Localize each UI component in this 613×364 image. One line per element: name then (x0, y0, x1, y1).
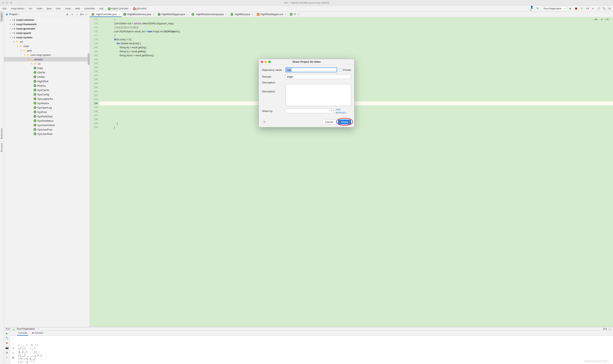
editor-tab[interactable]: CHightRisk.java× (229, 12, 255, 17)
editor-tab[interactable]: CHightRiskServiceImpl.java× (190, 12, 229, 17)
tree-item[interactable]: CData (4, 66, 90, 70)
add-account-link[interactable]: Add account▾ (336, 108, 351, 114)
rerun-icon[interactable]: ▶ (5, 331, 9, 335)
breadcrumb-item[interactable]: main (36, 7, 43, 10)
tree-item[interactable]: ▾📁com.ruoyi.system (4, 53, 90, 57)
search-icon[interactable]: 🔍 (602, 7, 606, 10)
console-output[interactable]: | _ _ \ \\ / / | ( ' ) | \ _. / ' |(_ o … (16, 336, 613, 364)
editor-tab[interactable]: </>HightRiskMapper.xml× (255, 12, 288, 17)
tree-item[interactable]: ▸▸◨ruoyi-generator (4, 26, 90, 31)
tree-item[interactable]: CGfxMx (4, 75, 90, 79)
breadcrumb-item[interactable]: risk (2, 7, 7, 10)
run-app-name[interactable]: RuoYiApplication (17, 327, 35, 330)
minimize-window-icon[interactable] (6, 2, 8, 4)
breadcrumb-item[interactable]: java (46, 7, 52, 10)
tree-item[interactable]: CSysUserRole (4, 132, 90, 136)
breadcrumb-item[interactable]: controller (83, 7, 96, 10)
description-textarea[interactable] (286, 84, 351, 106)
profile-icon[interactable]: ⊙▾ (586, 7, 589, 10)
scroll-icon[interactable]: ⤓ (11, 351, 15, 355)
editor-tab[interactable]: CHightController.java× (90, 12, 122, 17)
gutter-tab-bookmarks[interactable]: Bookmarks (0, 126, 3, 141)
close-dialog-icon[interactable] (261, 61, 263, 63)
tree-item[interactable]: CSysNotice (4, 101, 90, 105)
close-tab-icon[interactable]: × (285, 13, 286, 16)
layout-icon[interactable]: ⊞ (5, 351, 9, 354)
close-tab-icon[interactable]: × (252, 13, 253, 16)
tree-arrow-icon[interactable]: ▸ (9, 32, 11, 34)
tree-item[interactable]: ▸▸◨ruoyi-framework (4, 22, 90, 26)
run-subtab[interactable]: Console (16, 331, 29, 336)
stop-icon[interactable]: ■ (5, 341, 9, 345)
zoom-dialog-icon[interactable] (268, 61, 271, 63)
tree-item[interactable]: CSysRoleMenu (4, 118, 90, 123)
tree-item[interactable]: ▾▸◨ruoyi-system (4, 35, 90, 39)
close-tab-icon[interactable]: × (187, 13, 188, 16)
gutter-tab-structure[interactable]: Structure (0, 141, 3, 154)
scroll-up-icon[interactable]: ˆ (610, 18, 611, 21)
remote-input[interactable] (286, 74, 351, 79)
share-button[interactable]: Share (338, 119, 351, 124)
user-icon[interactable]: 👤▾ (530, 7, 534, 10)
breadcrumb-item[interactable]: Mgfxmxlist (132, 7, 147, 11)
tree-item[interactable]: ▸▸◨ruoyi-quartz (4, 31, 90, 35)
print-icon[interactable]: 🖶 (11, 356, 15, 359)
tree-arrow-icon[interactable]: ▸ (9, 27, 11, 29)
warnings-indicator[interactable]: 30 (592, 18, 597, 21)
tree-item[interactable]: CSysCache (4, 88, 90, 92)
sidebar-title[interactable]: Project (9, 13, 17, 16)
run-icon[interactable]: ▶ (569, 7, 572, 10)
close-tab-icon[interactable]: × (37, 327, 39, 330)
breadcrumb-item[interactable]: risk (99, 7, 104, 10)
tree-arrow-icon[interactable]: ▾ (16, 45, 18, 47)
camera-icon[interactable]: 📷 (5, 346, 9, 350)
cancel-button[interactable]: Cancel (322, 119, 336, 124)
tree-item[interactable]: ▾📁domain (4, 57, 90, 62)
build-icon[interactable]: ⚒ (536, 7, 539, 10)
tree-item[interactable]: CSysOperLog (4, 105, 90, 110)
tree-item[interactable]: CSysConfig (4, 92, 90, 97)
tree-arrow-icon[interactable]: ▾ (24, 54, 26, 56)
breadcrumb-item[interactable]: com (55, 7, 62, 10)
editor-tab[interactable]: CP× (288, 12, 301, 17)
tree-item[interactable]: ▸📁vo (4, 62, 90, 66)
project-tree[interactable]: ▸▸◨ruoyi-common▸▸◨ruoyi-framework▸▸◨ruoy… (4, 17, 90, 327)
tree-arrow-icon[interactable]: ▾ (9, 36, 11, 38)
hide-icon[interactable]: — (85, 13, 88, 16)
hide-icon[interactable]: — (608, 327, 611, 330)
tree-item[interactable]: CSysUserOnline (4, 123, 90, 127)
close-tab-icon[interactable]: × (119, 13, 120, 16)
expand-all-icon[interactable]: ≡ (70, 13, 74, 16)
wrap-icon[interactable]: ⇥ (11, 346, 15, 350)
share-by-select[interactable] (285, 109, 333, 113)
vcs-icon[interactable]: ⎇ (597, 7, 600, 10)
help-button[interactable]: ? (262, 120, 266, 124)
up-icon[interactable]: ↑ (11, 337, 15, 340)
tree-item[interactable]: CSysLogininfor (4, 97, 90, 101)
tree-item[interactable]: CGfxFbt (4, 70, 90, 75)
stop-icon[interactable]: 🔧 (5, 336, 9, 340)
close-tab-icon[interactable]: × (153, 13, 154, 16)
tree-item[interactable]: CSysUserPost (4, 127, 90, 132)
close-window-icon[interactable] (2, 2, 4, 4)
run-subtab[interactable]: ⬢Actuator (29, 331, 46, 336)
close-tab-icon[interactable]: × (297, 13, 299, 16)
breadcrumb-item[interactable]: ruoyi-admin (10, 7, 25, 10)
breadcrumb-item[interactable]: web (74, 7, 81, 10)
tree-arrow-icon[interactable]: ▸ (9, 23, 11, 25)
editor-tab[interactable]: IIHightRiskService.java× (122, 12, 156, 17)
gutter-tab-project[interactable]: Project (0, 12, 3, 22)
tree-item[interactable]: CSysRoleDept (4, 114, 90, 118)
tree-arrow-icon[interactable]: ▾ (20, 50, 22, 52)
tree-item[interactable]: CSysPost (4, 110, 90, 114)
weak-warnings-indicator[interactable]: 6 (599, 18, 602, 21)
coverage-icon[interactable]: ⟳ (580, 7, 584, 10)
collapse-all-icon[interactable]: ⫠ (75, 13, 79, 16)
chevron-down-icon[interactable]: ▾ (18, 13, 19, 15)
close-tab-icon[interactable]: × (225, 13, 227, 16)
run-config-select[interactable]: RuoYiApplication (541, 6, 567, 11)
inspection-indicators[interactable]: 30 6 16 ˆ (592, 18, 611, 21)
settings-icon[interactable]: ⚙▾ (603, 327, 607, 330)
tree-item[interactable]: ▾📁java (4, 48, 90, 53)
tree-arrow-icon[interactable]: ▸ (9, 19, 11, 21)
